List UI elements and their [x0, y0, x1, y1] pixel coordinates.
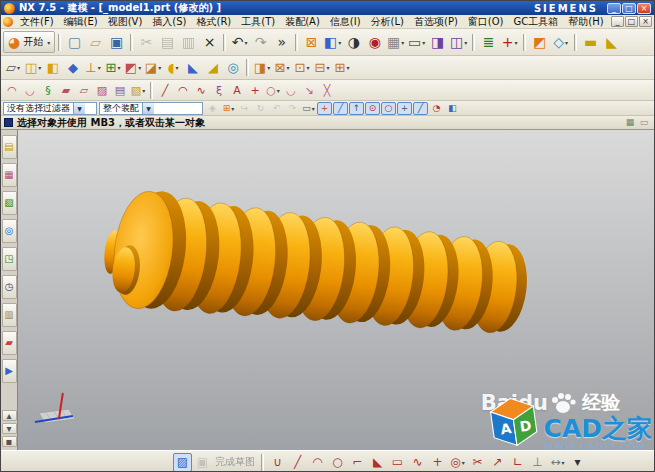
new-window-icon[interactable]: ◨: [427, 31, 448, 53]
quick-trim-icon[interactable]: ✂: [468, 453, 487, 472]
copy-icon[interactable]: ▤: [157, 31, 178, 53]
toolbar-overflow-icon[interactable]: »: [271, 31, 292, 53]
selection-scope-arrow-icon[interactable]: ▼: [142, 103, 154, 114]
point-dialog-icon[interactable]: ⊞▾: [221, 102, 236, 115]
internet-icon[interactable]: ◎: [2, 219, 17, 243]
shaded-with-edges-icon[interactable]: ◧▾: [322, 31, 343, 53]
graphics-window[interactable]: Baidu 经验 A D C: [18, 130, 654, 450]
selection-scope-select[interactable]: 整个装配 ▼: [99, 102, 203, 115]
open-file-icon[interactable]: ▱: [85, 31, 106, 53]
menu-analysis[interactable]: 分析(L): [366, 15, 409, 29]
redo-icon[interactable]: ↷: [250, 31, 271, 53]
clip-section-icon[interactable]: ▦: [623, 117, 637, 129]
chamfer-icon[interactable]: ◣: [183, 58, 203, 78]
rectangle-select-icon-dropdown-arrow[interactable]: ▾: [312, 105, 315, 112]
arc-icon[interactable]: ◠: [174, 82, 192, 99]
wcs-orient-icon-dropdown-arrow[interactable]: ▾: [515, 39, 518, 46]
subtract-icon-dropdown-arrow[interactable]: ▾: [158, 64, 161, 71]
arc-center-snap-icon[interactable]: ⊙: [365, 102, 380, 115]
menu-help[interactable]: 帮助(H): [563, 15, 608, 29]
circle-icon[interactable]: ○: [328, 453, 347, 472]
rectangle-icon[interactable]: ▭: [388, 453, 407, 472]
edge-blend-icon-dropdown-arrow[interactable]: ▾: [175, 64, 178, 71]
project-curve-icon[interactable]: ↘: [300, 82, 318, 99]
sidebar-pin-icon[interactable]: ▪: [2, 436, 17, 447]
process-studio-icon[interactable]: ▥: [2, 303, 17, 327]
datum-plane-icon[interactable]: ◫▾: [23, 58, 43, 78]
sidebar-scroll-down-icon[interactable]: ▾: [2, 423, 17, 434]
materials-icon[interactable]: ▰: [2, 331, 17, 355]
type-filter-arrow-icon[interactable]: ▼: [73, 103, 85, 114]
menu-format[interactable]: 格式(R): [192, 15, 237, 29]
studio-surface-icon-dropdown-arrow[interactable]: ▾: [142, 87, 145, 94]
finish-sketch-icon[interactable]: ▣: [193, 453, 212, 472]
synchronize-view-icon[interactable]: ◇▾: [550, 31, 571, 53]
pattern-feature-icon[interactable]: ⊞▾: [103, 58, 123, 78]
menu-window[interactable]: 窗口(O): [463, 15, 509, 29]
select-previous-icon[interactable]: ↪: [237, 102, 252, 115]
trim-body-icon-dropdown-arrow[interactable]: ▾: [267, 64, 270, 71]
sew-icon-dropdown-arrow[interactable]: ▾: [346, 64, 349, 71]
menu-file[interactable]: 文件(F): [15, 15, 59, 29]
window-icon[interactable]: ▭▾: [406, 31, 427, 53]
sketch-icon[interactable]: ▱▾: [3, 58, 23, 78]
split-screen-icon-dropdown-arrow[interactable]: ▾: [464, 39, 467, 46]
point-on-face-snap-icon[interactable]: ◔: [429, 102, 444, 115]
close-button[interactable]: ×: [637, 3, 651, 14]
trim-body-icon[interactable]: ◨▾: [252, 58, 272, 78]
new-file-icon[interactable]: ▢: [64, 31, 85, 53]
quadrant-snap-icon[interactable]: ○: [381, 102, 396, 115]
undo-icon[interactable]: ↶▾: [229, 31, 250, 53]
studio-surface-icon[interactable]: ▧▾: [129, 82, 147, 99]
sketch-environment-icon[interactable]: ▨: [173, 453, 192, 472]
quick-extend-icon[interactable]: ↗: [488, 453, 507, 472]
fillet-icon[interactable]: ⌐: [348, 453, 367, 472]
dimensions-icon[interactable]: ↔▾: [548, 453, 567, 472]
dimensions-icon-dropdown-arrow[interactable]: ▾: [562, 459, 565, 466]
bridge-curve-icon[interactable]: ◡: [282, 82, 300, 99]
part-navigator-icon[interactable]: ▧: [2, 191, 17, 215]
sew-icon[interactable]: ⊞▾: [332, 58, 352, 78]
wcs-orient-icon[interactable]: +▾: [499, 31, 520, 53]
menu-insert[interactable]: 插入(S): [147, 15, 191, 29]
unite-icon-dropdown-arrow[interactable]: ▾: [138, 64, 141, 71]
menu-view[interactable]: 视图(V): [103, 15, 148, 29]
offset-curve-icon-dropdown-arrow[interactable]: ▾: [462, 459, 465, 466]
constraint-navigator-icon[interactable]: ▦: [2, 163, 17, 187]
pattern-feature-icon-dropdown-arrow[interactable]: ▾: [117, 64, 120, 71]
type-filter-select[interactable]: 没有选择过滤器 ▼: [3, 102, 97, 115]
stop-rule-icon[interactable]: ↷: [285, 102, 300, 115]
menu-assemblies[interactable]: 装配(A): [280, 15, 325, 29]
extrude-icon[interactable]: ◧: [43, 58, 63, 78]
point-icon[interactable]: +: [428, 453, 447, 472]
shaded-with-edges-icon-dropdown-arrow[interactable]: ▾: [338, 39, 341, 46]
synchronize-view-icon-dropdown-arrow[interactable]: ▾: [565, 39, 568, 46]
line-icon[interactable]: ╱: [156, 82, 174, 99]
text-curve-icon[interactable]: A: [228, 82, 246, 99]
split-screen-icon[interactable]: ◫▾: [448, 31, 469, 53]
sidebar-scroll-up-icon[interactable]: ▴: [2, 410, 17, 421]
menu-information[interactable]: 信息(I): [325, 15, 366, 29]
mdi-minimize-button[interactable]: _: [611, 16, 624, 27]
reuse-library-icon[interactable]: ◳: [2, 247, 17, 271]
shell-icon[interactable]: ◎: [223, 58, 243, 78]
offset-face-icon[interactable]: ⊟▾: [312, 58, 332, 78]
ellipse-icon[interactable]: ○▾: [264, 82, 282, 99]
solid-face-snap-icon[interactable]: ◧: [445, 102, 460, 115]
point-icon[interactable]: +: [246, 82, 264, 99]
worm-screw-model[interactable]: [102, 188, 531, 335]
minimize-button[interactable]: _: [607, 3, 621, 14]
helix-icon[interactable]: ξ: [210, 82, 228, 99]
bottom-more-icon[interactable]: ▾: [568, 453, 587, 472]
paste-icon[interactable]: ▥: [178, 31, 199, 53]
mdi-restore-button[interactable]: □: [625, 16, 638, 27]
measure-distance-icon[interactable]: ▬: [580, 31, 601, 53]
point-dialog-icon-dropdown-arrow[interactable]: ▾: [231, 105, 234, 112]
offset-face-icon-dropdown-arrow[interactable]: ▾: [326, 64, 329, 71]
view-manager-icon[interactable]: ◩: [529, 31, 550, 53]
menu-preferences[interactable]: 首选项(P): [409, 15, 463, 29]
datum-plane-icon-dropdown-arrow[interactable]: ▾: [38, 64, 41, 71]
snap-enable-icon[interactable]: +: [317, 102, 332, 115]
unite-icon[interactable]: ◩▾: [123, 58, 143, 78]
split-body-icon-dropdown-arrow[interactable]: ▾: [286, 64, 289, 71]
